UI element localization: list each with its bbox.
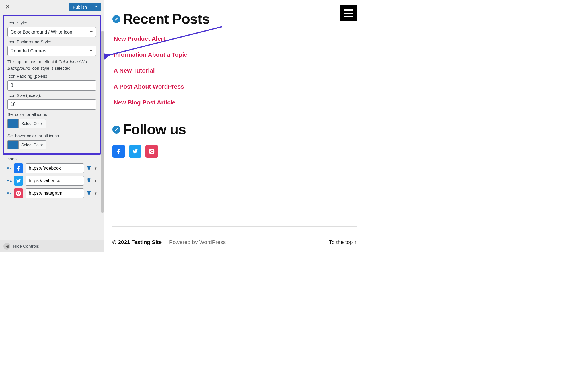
collapse-icon[interactable]: ◀ <box>3 243 10 250</box>
twitter-icon <box>14 176 23 186</box>
sidebar-body: Icon Style: Color Background / White Ico… <box>0 14 104 240</box>
sidebar-header: ✕ Publish <box>0 0 104 14</box>
edit-widget-button[interactable] <box>112 126 120 134</box>
chevron-down-icon[interactable]: ▼ <box>94 179 97 183</box>
pencil-icon <box>114 128 118 132</box>
pencil-icon <box>114 17 118 21</box>
icon-bg-style-label: Icon Background Style: <box>7 39 96 44</box>
facebook-icon <box>116 148 122 155</box>
instagram-icon <box>14 188 23 198</box>
reorder-handle[interactable]: ▼▲ <box>6 191 11 195</box>
chevron-down-icon[interactable]: ▼ <box>94 191 97 196</box>
bg-style-hint: This option has no effect if Color Icon … <box>7 59 96 71</box>
delete-icon[interactable] <box>86 190 91 197</box>
follow-us-title: Follow us <box>123 122 186 137</box>
recent-posts-list: New Product Alert Information About a To… <box>114 35 367 106</box>
menu-toggle-button[interactable] <box>340 5 357 21</box>
social-icons-row <box>112 145 367 158</box>
color-swatch[interactable] <box>7 119 18 128</box>
delete-icon[interactable] <box>86 165 91 172</box>
twitter-url-input[interactable] <box>26 176 84 186</box>
reorder-handle[interactable]: ▼▲ <box>6 166 11 170</box>
site-footer: © 2021 Testing Site Powered by WordPress… <box>112 226 357 245</box>
gear-icon <box>94 5 98 9</box>
publish-settings-button[interactable] <box>91 3 101 11</box>
recent-posts-title: Recent Posts <box>123 11 209 27</box>
post-link[interactable]: A Post About WordPress <box>114 83 367 90</box>
site-preview: Recent Posts New Product Alert Informati… <box>104 0 367 252</box>
chevron-down-icon[interactable]: ▼ <box>94 166 97 171</box>
icon-row-twitter: ▼▲ ▼ <box>6 176 97 186</box>
hide-controls-button[interactable]: Hide Controls <box>13 244 39 249</box>
hover-color-swatch[interactable] <box>7 140 18 149</box>
icon-size-label: Icon Size (pixels): <box>7 93 96 98</box>
sidebar-footer: ◀ Hide Controls <box>0 240 104 252</box>
icon-style-select[interactable]: Color Background / White Icon <box>7 27 96 37</box>
icons-label: Icons: <box>6 156 97 161</box>
delete-icon[interactable] <box>86 177 91 184</box>
edit-widget-button[interactable] <box>112 15 120 23</box>
highlighted-settings-group: Icon Style: Color Background / White Ico… <box>3 15 101 155</box>
scrollbar[interactable] <box>101 31 104 213</box>
icon-style-label: Icon Style: <box>7 20 96 25</box>
icon-row-instagram: ▼▲ ▼ <box>6 188 97 198</box>
icons-section: Icons: ▼▲ ▼ ▼▲ ▼ <box>3 155 101 204</box>
icon-padding-input[interactable] <box>7 80 96 91</box>
post-link[interactable]: A New Tutorial <box>114 67 367 74</box>
icon-padding-label: Icon Padding (pixels): <box>7 74 96 79</box>
post-link[interactable]: New Blog Post Article <box>114 99 367 106</box>
icon-size-input[interactable] <box>7 99 96 110</box>
facebook-url-input[interactable] <box>26 163 84 173</box>
twitter-link[interactable] <box>129 145 141 158</box>
select-color-button[interactable]: Select Color <box>18 119 46 128</box>
publish-button[interactable]: Publish <box>69 3 91 11</box>
reorder-handle[interactable]: ▼▲ <box>6 179 11 183</box>
follow-us-widget: Follow us <box>112 121 367 158</box>
facebook-link[interactable] <box>112 145 125 158</box>
close-icon[interactable]: ✕ <box>3 2 13 12</box>
icon-bg-style-select[interactable]: Rounded Corners <box>7 46 96 56</box>
to-the-top-link[interactable]: To the top ↑ <box>329 239 357 245</box>
footer-copyright: © 2021 Testing Site <box>112 239 162 245</box>
customizer-sidebar: ✕ Publish Icon Style: Color Background /… <box>0 0 104 252</box>
facebook-icon <box>14 163 23 173</box>
footer-powered-by[interactable]: Powered by WordPress <box>169 239 226 245</box>
post-link[interactable]: Information About a Topic <box>114 51 367 58</box>
twitter-icon <box>132 148 138 155</box>
instagram-url-input[interactable] <box>26 188 84 198</box>
select-hover-color-button[interactable]: Select Color <box>18 140 46 149</box>
icon-row-facebook: ▼▲ ▼ <box>6 163 97 173</box>
set-hover-color-label: Set hover color for all icons <box>7 133 96 138</box>
post-link[interactable]: New Product Alert <box>114 35 367 42</box>
instagram-link[interactable] <box>145 145 158 158</box>
recent-posts-widget: Recent Posts New Product Alert Informati… <box>112 11 367 106</box>
set-color-label: Set color for all icons <box>7 112 96 117</box>
instagram-icon <box>149 148 155 155</box>
